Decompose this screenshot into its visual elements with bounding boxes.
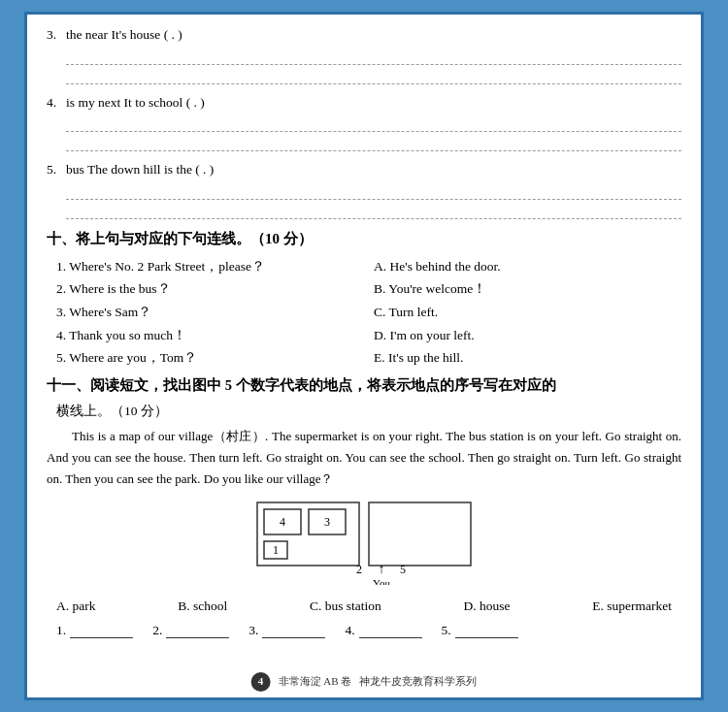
svg-text:↑: ↑	[379, 562, 385, 576]
matching-pairs: 1. Where's No. 2 Park Street，please？ A. …	[56, 256, 681, 369]
map-area: 4 3 1 2 ↑ 5 You	[47, 498, 681, 590]
section-11: 十一、阅读短文，找出图中 5 个数字代表的地点，将表示地点的序号写在对应的 横线…	[47, 374, 681, 641]
answer-label-c: C. bus station	[310, 596, 381, 617]
reading-text: This is a map of our village（村庄）. The su…	[47, 426, 681, 490]
sentence-4: 4. is my next It to school ( . )	[47, 92, 681, 113]
map-diagram: 4 3 1 2 ↑ 5 You	[252, 498, 476, 590]
fill-blank-4[interactable]	[359, 623, 422, 638]
page-number: 4	[251, 672, 271, 692]
section-11-title: 十一、阅读短文，找出图中 5 个数字代表的地点，将表示地点的序号写在对应的	[47, 377, 556, 393]
fill-num-5: 5.	[442, 620, 451, 641]
match-left-4: 4. Thank you so much！	[56, 325, 364, 346]
sentence-3-answer	[66, 48, 681, 84]
answer-line-3a	[66, 48, 681, 65]
fill-blank-5[interactable]	[455, 623, 518, 638]
fill-blank-1[interactable]	[70, 623, 133, 638]
sentence-reorder-section: 3. the near It's house ( . ) 4. is my ne…	[47, 24, 681, 219]
answer-label-a: A. park	[56, 596, 96, 617]
answer-line-5b	[66, 202, 681, 219]
answer-label-e: E. supermarket	[592, 596, 672, 617]
sentence-3-num: 3.	[47, 24, 66, 46]
footer-text2: 神龙牛皮竞教育科学系列	[359, 673, 477, 691]
sentence-3-words: the near It's house ( . )	[66, 24, 681, 46]
sentence-4-answer	[66, 114, 681, 151]
match-right-1: A. He's behind the door.	[374, 256, 681, 277]
fill-num-2: 2.	[152, 620, 162, 641]
sentence-5-answer	[66, 182, 681, 219]
match-left-1: 1. Where's No. 2 Park Street，please？	[56, 256, 364, 277]
match-right-4: D. I'm on your left.	[374, 325, 681, 346]
answer-line-4a	[66, 114, 681, 132]
answer-line-5a	[66, 182, 681, 200]
fill-item-4: 4.	[345, 620, 421, 641]
sentence-5: 5. bus The down hill is the ( . )	[47, 159, 681, 180]
footer: 4 非常海淀 AB 卷 神龙牛皮竞教育科学系列	[251, 672, 478, 692]
match-left-2: 2. Where is the bus？	[56, 278, 364, 300]
answer-label-d: D. house	[464, 596, 511, 617]
section-10-title: 十、将上句与对应的下句连线。（10 分）	[47, 227, 313, 250]
svg-text:1: 1	[273, 543, 279, 557]
section-10: 十、将上句与对应的下句连线。（10 分） 1. Where's No. 2 Pa…	[47, 227, 681, 369]
fill-item-1: 1.	[56, 620, 133, 641]
match-right-3: C. Turn left.	[374, 302, 681, 323]
answer-line-3b	[66, 67, 681, 84]
svg-text:5: 5	[400, 563, 406, 576]
page: 3. the near It's house ( . ) 4. is my ne…	[24, 12, 704, 700]
fill-num-4: 4.	[345, 620, 354, 641]
sentence-3: 3. the near It's house ( . )	[47, 24, 681, 46]
fill-answers-row: 1. 2. 3. 4. 5.	[47, 620, 681, 641]
fill-num-1: 1.	[56, 620, 66, 641]
fill-num-3: 3.	[248, 620, 258, 641]
svg-text:4: 4	[280, 515, 285, 529]
svg-text:3: 3	[324, 515, 330, 529]
svg-rect-7	[369, 502, 471, 566]
fill-item-3: 3.	[248, 620, 325, 641]
sentence-5-words: bus The down hill is the ( . )	[66, 159, 681, 180]
section-10-header: 十、将上句与对应的下句连线。（10 分）	[47, 227, 681, 250]
answer-line-4b	[66, 134, 681, 151]
fill-blank-3[interactable]	[262, 623, 325, 638]
match-right-2: B. You're welcome！	[374, 278, 681, 300]
answer-label-b: B. school	[178, 596, 227, 617]
fill-blank-2[interactable]	[166, 623, 229, 638]
match-left-3: 3. Where's Sam？	[56, 302, 364, 323]
answers-labels-row: A. park B. school C. bus station D. hous…	[47, 596, 681, 617]
fill-item-2: 2.	[152, 620, 229, 641]
match-right-5: E. It's up the hill.	[374, 347, 681, 369]
match-left-5: 5. Where are you，Tom？	[56, 347, 364, 369]
section-11-subheader: 横线上。（10 分）	[56, 401, 681, 422]
svg-text:2: 2	[356, 563, 362, 576]
sentence-4-num: 4.	[47, 92, 66, 113]
section-11-header: 十一、阅读短文，找出图中 5 个数字代表的地点，将表示地点的序号写在对应的	[47, 374, 681, 397]
map-svg: 4 3 1 2 ↑ 5 You	[252, 498, 476, 585]
sentence-4-words: is my next It to school ( . )	[66, 92, 681, 113]
footer-text1: 非常海淀 AB 卷	[279, 673, 352, 691]
fill-item-5: 5.	[442, 620, 518, 641]
svg-text:You: You	[373, 577, 390, 585]
sentence-5-num: 5.	[47, 159, 66, 180]
